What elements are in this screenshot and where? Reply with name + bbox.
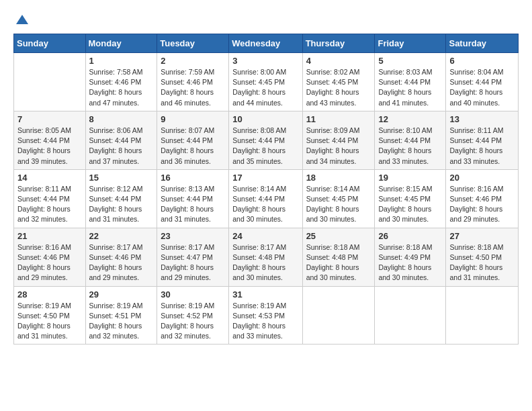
day-number: 19 xyxy=(378,173,442,183)
calendar-cell: 7Sunrise: 8:05 AMSunset: 4:44 PMDaylight… xyxy=(14,111,86,169)
calendar-cell: 21Sunrise: 8:16 AMSunset: 4:46 PMDayligh… xyxy=(14,228,86,286)
day-number: 29 xyxy=(89,289,154,300)
calendar-cell: 11Sunrise: 8:09 AMSunset: 4:44 PMDayligh… xyxy=(302,111,375,169)
day-info: Sunrise: 8:15 AMSunset: 4:45 PMDaylight:… xyxy=(378,184,442,225)
calendar-cell: 24Sunrise: 8:17 AMSunset: 4:48 PMDayligh… xyxy=(229,228,302,286)
header-row: SundayMondayTuesdayWednesdayThursdayFrid… xyxy=(14,34,519,53)
day-info: Sunrise: 8:00 AMSunset: 4:45 PMDaylight:… xyxy=(232,67,298,108)
day-info: Sunrise: 8:19 AMSunset: 4:50 PMDaylight:… xyxy=(17,301,82,342)
calendar-cell: 9Sunrise: 8:07 AMSunset: 4:44 PMDaylight… xyxy=(157,111,229,169)
calendar-cell: 2Sunrise: 7:59 AMSunset: 4:46 PMDaylight… xyxy=(157,53,229,111)
day-info: Sunrise: 8:19 AMSunset: 4:53 PMDaylight:… xyxy=(232,301,298,342)
day-info: Sunrise: 8:17 AMSunset: 4:46 PMDaylight:… xyxy=(89,242,154,283)
day-info: Sunrise: 8:10 AMSunset: 4:44 PMDaylight:… xyxy=(378,126,442,167)
day-number: 9 xyxy=(161,114,225,124)
day-info: Sunrise: 8:14 AMSunset: 4:44 PMDaylight:… xyxy=(232,184,298,225)
logo xyxy=(13,12,30,27)
calendar-cell: 6Sunrise: 8:04 AMSunset: 4:44 PMDaylight… xyxy=(446,53,519,111)
calendar-cell xyxy=(375,286,446,345)
logo-icon xyxy=(15,12,30,27)
day-number: 14 xyxy=(17,173,82,183)
calendar-cell: 19Sunrise: 8:15 AMSunset: 4:45 PMDayligh… xyxy=(375,169,446,228)
calendar-cell: 30Sunrise: 8:19 AMSunset: 4:52 PMDayligh… xyxy=(157,286,229,345)
day-number: 10 xyxy=(232,114,298,124)
week-row-3: 21Sunrise: 8:16 AMSunset: 4:46 PMDayligh… xyxy=(14,228,519,286)
week-row-2: 14Sunrise: 8:11 AMSunset: 4:44 PMDayligh… xyxy=(14,169,519,228)
calendar-cell: 20Sunrise: 8:16 AMSunset: 4:46 PMDayligh… xyxy=(446,169,519,228)
week-row-1: 7Sunrise: 8:05 AMSunset: 4:44 PMDaylight… xyxy=(14,111,519,169)
day-info: Sunrise: 8:16 AMSunset: 4:46 PMDaylight:… xyxy=(449,184,515,225)
calendar-cell xyxy=(14,53,86,111)
day-number: 31 xyxy=(232,289,298,300)
day-number: 8 xyxy=(89,114,154,124)
day-number: 4 xyxy=(306,56,371,66)
day-info: Sunrise: 8:11 AMSunset: 4:44 PMDaylight:… xyxy=(449,126,515,167)
calendar-cell: 15Sunrise: 8:12 AMSunset: 4:44 PMDayligh… xyxy=(85,169,157,228)
calendar-cell: 29Sunrise: 8:19 AMSunset: 4:51 PMDayligh… xyxy=(85,286,157,345)
calendar-cell: 26Sunrise: 8:18 AMSunset: 4:49 PMDayligh… xyxy=(375,228,446,286)
svg-marker-1 xyxy=(20,20,24,24)
day-info: Sunrise: 8:09 AMSunset: 4:44 PMDaylight:… xyxy=(306,126,371,167)
day-info: Sunrise: 8:16 AMSunset: 4:46 PMDaylight:… xyxy=(17,242,82,283)
calendar-cell: 12Sunrise: 8:10 AMSunset: 4:44 PMDayligh… xyxy=(375,111,446,169)
day-number: 11 xyxy=(306,114,371,124)
header-monday: Monday xyxy=(85,34,157,53)
day-number: 7 xyxy=(17,114,82,124)
day-number: 16 xyxy=(161,173,225,183)
calendar-cell: 31Sunrise: 8:19 AMSunset: 4:53 PMDayligh… xyxy=(229,286,302,345)
calendar-cell: 22Sunrise: 8:17 AMSunset: 4:46 PMDayligh… xyxy=(85,228,157,286)
calendar-cell xyxy=(446,286,519,345)
day-info: Sunrise: 8:18 AMSunset: 4:50 PMDaylight:… xyxy=(449,242,515,283)
day-info: Sunrise: 8:17 AMSunset: 4:47 PMDaylight:… xyxy=(161,242,225,283)
calendar-cell: 23Sunrise: 8:17 AMSunset: 4:47 PMDayligh… xyxy=(157,228,229,286)
week-row-0: 1Sunrise: 7:58 AMSunset: 4:46 PMDaylight… xyxy=(14,53,519,111)
day-info: Sunrise: 8:06 AMSunset: 4:44 PMDaylight:… xyxy=(89,126,154,167)
day-info: Sunrise: 7:58 AMSunset: 4:46 PMDaylight:… xyxy=(89,67,154,108)
calendar-cell: 4Sunrise: 8:02 AMSunset: 4:45 PMDaylight… xyxy=(302,53,375,111)
calendar-cell: 1Sunrise: 7:58 AMSunset: 4:46 PMDaylight… xyxy=(85,53,157,111)
header-tuesday: Tuesday xyxy=(157,34,229,53)
day-number: 1 xyxy=(89,56,154,66)
day-info: Sunrise: 8:19 AMSunset: 4:52 PMDaylight:… xyxy=(161,301,225,342)
day-info: Sunrise: 8:17 AMSunset: 4:48 PMDaylight:… xyxy=(232,242,298,283)
day-info: Sunrise: 8:08 AMSunset: 4:44 PMDaylight:… xyxy=(232,126,298,167)
header-saturday: Saturday xyxy=(446,34,519,53)
day-number: 17 xyxy=(232,173,298,183)
day-number: 13 xyxy=(449,114,515,124)
day-number: 3 xyxy=(232,56,298,66)
day-number: 12 xyxy=(378,114,442,124)
day-info: Sunrise: 8:14 AMSunset: 4:45 PMDaylight:… xyxy=(306,184,371,225)
calendar-cell: 8Sunrise: 8:06 AMSunset: 4:44 PMDaylight… xyxy=(85,111,157,169)
day-number: 20 xyxy=(449,173,515,183)
day-info: Sunrise: 8:04 AMSunset: 4:44 PMDaylight:… xyxy=(449,67,515,108)
day-number: 24 xyxy=(232,231,298,241)
calendar-cell: 25Sunrise: 8:18 AMSunset: 4:48 PMDayligh… xyxy=(302,228,375,286)
day-info: Sunrise: 8:02 AMSunset: 4:45 PMDaylight:… xyxy=(306,67,371,108)
header-friday: Friday xyxy=(375,34,446,53)
calendar-cell xyxy=(302,286,375,345)
day-number: 28 xyxy=(17,289,82,300)
day-number: 27 xyxy=(449,231,515,241)
day-info: Sunrise: 8:18 AMSunset: 4:48 PMDaylight:… xyxy=(306,242,371,283)
day-info: Sunrise: 8:13 AMSunset: 4:44 PMDaylight:… xyxy=(161,184,225,225)
day-number: 6 xyxy=(449,56,515,66)
calendar-cell: 27Sunrise: 8:18 AMSunset: 4:50 PMDayligh… xyxy=(446,228,519,286)
day-info: Sunrise: 7:59 AMSunset: 4:46 PMDaylight:… xyxy=(161,67,225,108)
day-info: Sunrise: 8:07 AMSunset: 4:44 PMDaylight:… xyxy=(161,126,225,167)
day-info: Sunrise: 8:12 AMSunset: 4:44 PMDaylight:… xyxy=(89,184,154,225)
day-number: 25 xyxy=(306,231,371,241)
calendar-cell: 10Sunrise: 8:08 AMSunset: 4:44 PMDayligh… xyxy=(229,111,302,169)
week-row-4: 28Sunrise: 8:19 AMSunset: 4:50 PMDayligh… xyxy=(14,286,519,345)
calendar-table: SundayMondayTuesdayWednesdayThursdayFrid… xyxy=(13,34,519,345)
day-number: 26 xyxy=(378,231,442,241)
calendar-cell: 13Sunrise: 8:11 AMSunset: 4:44 PMDayligh… xyxy=(446,111,519,169)
day-number: 30 xyxy=(161,289,225,300)
day-number: 5 xyxy=(378,56,442,66)
header-thursday: Thursday xyxy=(302,34,375,53)
day-info: Sunrise: 8:03 AMSunset: 4:44 PMDaylight:… xyxy=(378,67,442,108)
day-number: 18 xyxy=(306,173,371,183)
header-wednesday: Wednesday xyxy=(229,34,302,53)
day-number: 21 xyxy=(17,231,82,241)
day-number: 22 xyxy=(89,231,154,241)
day-info: Sunrise: 8:05 AMSunset: 4:44 PMDaylight:… xyxy=(17,126,82,167)
